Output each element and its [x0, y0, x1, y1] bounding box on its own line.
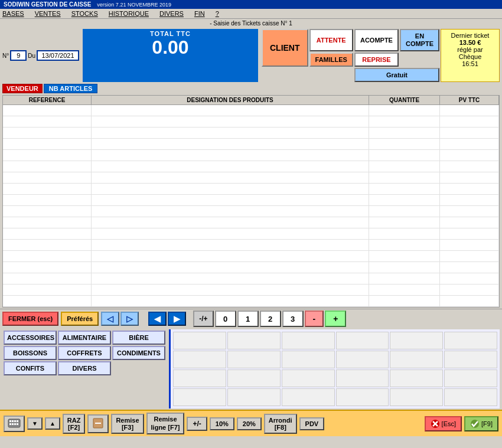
- last-ticket-line1: Dernier ticket: [446, 32, 494, 39]
- reprise-button[interactable]: REPRISE: [354, 53, 399, 67]
- remise-ligne-button[interactable]: Remiseligne [F7]: [146, 413, 185, 434]
- table-row: [3, 251, 499, 262]
- table-row: [3, 172, 499, 184]
- category-area: ACCESSOIRES ALIMENTAIRE BIÈRE BOISSONS C…: [0, 328, 502, 410]
- table-row: [3, 139, 499, 150]
- arrow-right-filled-button[interactable]: ▶: [168, 312, 186, 326]
- last-ticket-info: Dernier ticket 13.50 € réglé par Chèque …: [441, 29, 500, 82]
- check-icon: [470, 419, 480, 429]
- plus-button[interactable]: +: [325, 310, 346, 327]
- pct20-button[interactable]: 20%: [237, 417, 262, 430]
- numpad: -/+ 0 1 2 3 - +: [193, 310, 346, 327]
- col-reference: REFERENCE: [3, 96, 92, 104]
- arrondi-label: Arrondi: [269, 417, 292, 424]
- raz-button[interactable]: RAZ [F2]: [63, 414, 86, 434]
- gratuit-button[interactable]: Gratuit: [354, 68, 439, 82]
- category-accessoires[interactable]: ACCESSOIRES: [4, 331, 57, 345]
- remise-button[interactable]: Remise [F3]: [111, 414, 144, 434]
- menu-fin[interactable]: FIN: [194, 10, 205, 17]
- footer: ▼ ▲ RAZ [F2] Remise [F3] Remiseligne [F7…: [0, 410, 502, 436]
- top-controls: N° Du TOTAL TTC 0.00 CLIENT ATTENTE ACOM…: [0, 28, 502, 83]
- col-pv-ttc: PV TTC: [440, 96, 499, 104]
- table-row: [3, 240, 499, 251]
- menu-ventes[interactable]: VENTES: [35, 10, 61, 17]
- arrow-left-filled-button[interactable]: ◀: [148, 312, 167, 326]
- table-row: [3, 285, 499, 296]
- num0-button[interactable]: 0: [215, 310, 236, 327]
- table-row: [3, 296, 499, 307]
- plus-minus-button[interactable]: +/-: [187, 417, 207, 431]
- dash-button[interactable]: -: [305, 310, 324, 327]
- attente-button[interactable]: ATTENTE: [309, 29, 353, 51]
- keyboard-icon: [4, 416, 25, 432]
- svg-rect-3: [14, 420, 16, 422]
- nav-arrows-filled: ◀ ▶: [148, 312, 186, 326]
- table-row: [3, 273, 499, 285]
- svg-rect-1: [9, 420, 11, 422]
- category-biere[interactable]: BIÈRE: [112, 331, 165, 345]
- arrow-right-outline-button[interactable]: ▷: [120, 312, 139, 326]
- menu-stocks[interactable]: STOCKS: [71, 10, 98, 17]
- x-icon: [431, 419, 440, 429]
- last-ticket-line5: 16:51: [446, 60, 494, 67]
- category-alimentaire[interactable]: ALIMENTAIRE: [58, 331, 111, 345]
- table-row: [3, 150, 499, 161]
- svg-rect-4: [17, 420, 18, 422]
- table-row: [3, 105, 499, 116]
- pdv-button[interactable]: PDV: [299, 417, 325, 430]
- svg-rect-5: [9, 423, 11, 425]
- f9-label: [F9]: [481, 420, 493, 427]
- total-value: 0.00: [87, 37, 253, 58]
- familles-button[interactable]: FAMILLES: [309, 53, 353, 67]
- num1-button[interactable]: 1: [237, 310, 259, 327]
- last-ticket-line2: 13.50 €: [446, 39, 494, 46]
- arrondi-button[interactable]: Arrondi [F8]: [264, 414, 297, 434]
- ticket-info: N° Du: [2, 29, 79, 82]
- category-coffrets[interactable]: COFFRETS: [58, 346, 111, 360]
- menu-bases[interactable]: BASES: [2, 10, 24, 17]
- minus-plus-button[interactable]: -/+: [193, 310, 213, 327]
- category-condiments[interactable]: CONDIMENTS: [112, 346, 165, 360]
- title-bar: SODIWIN GESTION DE CAISSE version 7.21 N…: [0, 0, 502, 9]
- last-ticket-line4: Chèque: [446, 53, 494, 60]
- category-divers[interactable]: DIVERS: [58, 361, 111, 375]
- pct10-button[interactable]: 10%: [210, 417, 234, 430]
- nb-articles-label: NB ARTICLES: [44, 84, 98, 93]
- validate-button[interactable]: [F9]: [464, 416, 498, 431]
- table-row: [3, 116, 499, 127]
- app-name: SODIWIN GESTION DE CAISSE: [4, 1, 91, 8]
- menu-help[interactable]: ?: [216, 10, 219, 17]
- up-arrow-button[interactable]: ▲: [45, 417, 60, 430]
- vendeur-label: VENDEUR: [2, 84, 43, 93]
- f4-button[interactable]: [87, 414, 109, 433]
- acompte-button[interactable]: ACOMPTE: [354, 29, 399, 51]
- table-row: [3, 195, 499, 206]
- table-row: [3, 206, 499, 217]
- client-button[interactable]: CLIENT: [262, 29, 308, 67]
- subtitle: - Saisie des Tickets caisse N° 1: [0, 19, 502, 28]
- menu-historique[interactable]: HISTORIQUE: [109, 10, 149, 17]
- esc-label: [Esc]: [442, 420, 456, 427]
- ticket-date-input[interactable]: [37, 50, 79, 61]
- down-arrow-button[interactable]: ▼: [27, 417, 43, 430]
- table-row: [3, 127, 499, 139]
- num3-button[interactable]: 3: [282, 310, 304, 327]
- menu-divers[interactable]: DIVERS: [159, 10, 184, 17]
- raz-key: [F2]: [67, 424, 81, 431]
- cancel-button[interactable]: [Esc]: [425, 416, 462, 431]
- table-row: [3, 217, 499, 228]
- last-ticket-line3: réglé par: [446, 46, 494, 53]
- fermer-button[interactable]: FERMER (esc): [2, 312, 58, 326]
- category-boissons[interactable]: BOISSONS: [4, 346, 57, 360]
- num2-button[interactable]: 2: [260, 310, 281, 327]
- table-row: [3, 184, 499, 195]
- en-compte-button[interactable]: ENCOMPTE: [400, 29, 439, 51]
- preferes-button[interactable]: Préférés: [61, 312, 99, 326]
- table-row: [3, 262, 499, 273]
- ticket-number-input[interactable]: [10, 50, 27, 61]
- vendor-row: VENDEUR NB ARTICLES: [0, 83, 502, 94]
- arrow-left-outline-button[interactable]: ◁: [101, 312, 119, 326]
- col-designation: DESIGNATION DES PRODUITS: [92, 96, 369, 104]
- table-header: REFERENCE DESIGNATION DES PRODUITS QUANT…: [3, 96, 499, 105]
- category-confits[interactable]: CONFITS: [4, 361, 57, 375]
